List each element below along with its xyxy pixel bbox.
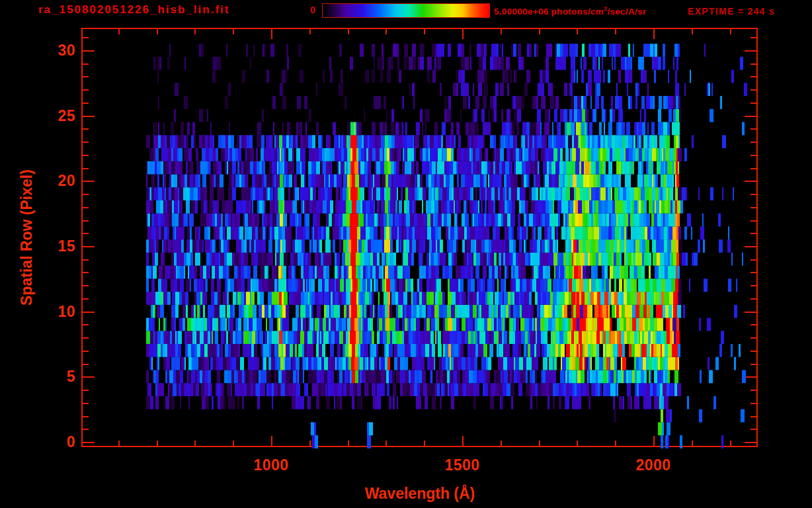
y-tick-label: 30 <box>28 40 75 60</box>
plot-title: ra_150802051226_hisb_lin.fit <box>38 3 229 17</box>
exptime-label: EXPTIME = 244 s <box>688 6 775 17</box>
colorbar-max-label: 5.00000e+06 photons/cm2/sec/A/sr <box>494 5 646 17</box>
x-axis-title: Wavelength (Å) <box>354 485 486 503</box>
y-tick-label: 0 <box>28 432 75 452</box>
colorbar <box>322 3 490 18</box>
x-tick-label: 1500 <box>416 456 508 474</box>
colorbar-units-pre: photons/cm <box>549 7 604 17</box>
colorbar-units-post: /sec/A/sr <box>607 7 646 17</box>
y-axis-title: Spatial Row (Pixel) <box>18 169 36 306</box>
colorbar-max-value: 5.00000e+06 <box>494 7 549 17</box>
spectrogram-viewer: ra_150802051226_hisb_lin.fit 0 5.00000e+… <box>0 0 812 508</box>
y-tick-label: 25 <box>28 106 75 126</box>
colorbar-min-label: 0 <box>310 5 315 15</box>
spectrogram-canvas <box>81 28 758 451</box>
x-tick-label: 1000 <box>225 456 317 474</box>
y-tick-label: 5 <box>28 366 75 386</box>
x-tick-label: 2000 <box>607 456 700 474</box>
